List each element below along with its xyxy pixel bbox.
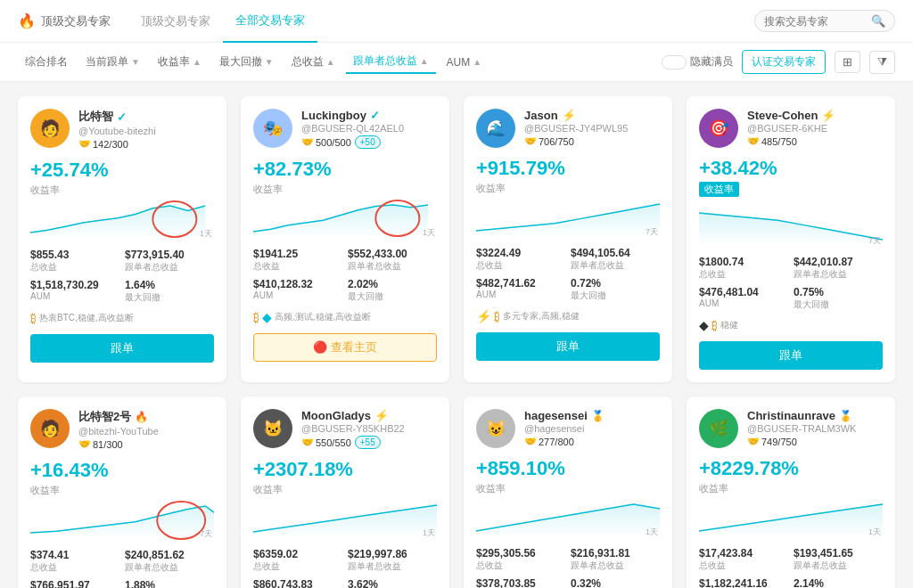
return-rate: +82.73%: [253, 158, 437, 181]
hide-full-toggle[interactable]: 隐藏满员: [662, 54, 733, 69]
return-label: 收益率: [476, 183, 506, 193]
stat-copier-profit: $216,931.81 跟单者总收益: [571, 547, 660, 572]
chart-svg: [699, 204, 883, 249]
chart-svg: [30, 497, 214, 542]
stat-aum: $1,518,730.29 AUM: [30, 279, 119, 304]
tag-icon: ₿: [711, 318, 718, 332]
day-label: 7天: [646, 226, 658, 238]
user-info: MoonGladys ⚡ @BGUSER-Y85KHB22 🤝 550/550 …: [301, 409, 437, 449]
stat-max-drawdown: 0.72% 最大回撤: [571, 277, 660, 302]
chart-area: 1天: [253, 196, 437, 241]
trader-card-trader-4: 🎯 Steve-Cohen ⚡ @BGUSER-6KHE 🤝 485/750 +…: [687, 96, 895, 382]
follow-button[interactable]: 跟单: [476, 332, 660, 361]
filter-copier-profit[interactable]: 跟单者总收益 ▲: [346, 50, 436, 74]
user-info: hagesensei 🥇 @hagesensei 🤝 277/800: [524, 409, 660, 447]
traders-grid: 🧑 比特智 ✓ @Youtube-bitezhi 🤝 142/300 +25.7…: [18, 96, 895, 588]
trader-card-trader-6: 🐱 MoonGladys ⚡ @BGUSER-Y85KHB22 🤝 550/55…: [241, 396, 449, 588]
chart-svg: [699, 495, 883, 540]
user-name: Christinaunrave 🥇: [747, 409, 883, 422]
verified-icon: ✓: [370, 109, 380, 122]
chart-svg: [253, 196, 437, 241]
user-followers: 🤝 142/300: [78, 138, 214, 150]
avatar: 🌊: [476, 109, 515, 148]
stat-total-profit: $17,423.84 总收益: [699, 547, 788, 572]
stat-copier-profit: $552,433.00 跟单者总收益: [348, 248, 437, 273]
return-label: 收益率: [30, 184, 60, 195]
tag-icon: ₿: [30, 311, 37, 325]
svg-marker-6: [30, 506, 214, 537]
avatar: 🎯: [699, 109, 738, 148]
svg-marker-0: [30, 206, 205, 237]
stat-aum: $378,703.85 AUM: [476, 577, 565, 588]
filter-max-drawdown[interactable]: 最大回撤 ▼: [212, 51, 281, 73]
stats-grid: $3224.49 总收益 $494,105.64 跟单者总收益 $482,741…: [476, 247, 660, 302]
certified-label: 认证交易专家: [752, 54, 816, 69]
stat-total-profit: $855.43 总收益: [30, 249, 119, 274]
search-input[interactable]: [764, 15, 871, 28]
user-handle: @hagesensei: [524, 423, 660, 434]
trader-card-trader-5: 🧑 比特智2号 🔥 @bitezhi-YouTube 🤝 81/300 +16.…: [18, 396, 226, 588]
follow-button[interactable]: 跟单: [30, 334, 214, 363]
filter-current-copy[interactable]: 当前跟单 ▼: [78, 51, 147, 73]
visit-button[interactable]: 🔴 查看主页: [253, 333, 437, 362]
chart-area: 1天: [476, 495, 660, 540]
day-label: 1天: [868, 527, 881, 538]
main-content: 🧑 比特智 ✓ @Youtube-bitezhi 🤝 142/300 +25.7…: [0, 82, 913, 588]
filter-total-profit[interactable]: 总收益 ▲: [284, 51, 342, 73]
chart-svg: [30, 197, 214, 241]
user-info: 比特智 ✓ @Youtube-bitezhi 🤝 142/300: [78, 109, 214, 150]
return-rate: +915.79%: [476, 157, 660, 180]
filter-comprehensive[interactable]: 综合排名: [18, 51, 75, 73]
card-header: 🐱 MoonGladys ⚡ @BGUSER-Y85KHB22 🤝 550/55…: [253, 409, 437, 449]
app-container: 🔥 顶级交易专家 顶级交易专家 全部交易专家 🔍 综合排名 当前跟单 ▼ 收益率…: [0, 0, 913, 588]
card-header: 🎭 Luckingboy ✓ @BGUSER-QL42AEL0 🤝 500/50…: [253, 109, 437, 149]
trader-tags: ₿◆高频,测试,稳健,高收益断: [253, 310, 437, 324]
chart-svg: [476, 495, 660, 540]
filter-aum[interactable]: AUM ▲: [440, 53, 489, 72]
svg-marker-5: [699, 213, 883, 244]
return-rate: +8229.78%: [699, 457, 883, 480]
funnel-btn[interactable]: ⧩: [869, 51, 895, 74]
verified-icon: ⚡: [821, 109, 835, 122]
return-rate: +859.10%: [476, 457, 660, 480]
stat-total-profit: $6359.02 总收益: [253, 548, 342, 573]
tag-text: 热衷BTC,稳健,高收益断: [39, 312, 134, 324]
follow-button[interactable]: 跟单: [699, 341, 883, 370]
card-header: 🎯 Steve-Cohen ⚡ @BGUSER-6KHE 🤝 485/750: [699, 109, 883, 148]
stats-grid: $17,423.84 总收益 $193,451.65 跟单者总收益 $1,182…: [699, 547, 883, 588]
tag-text: 稳健: [720, 319, 738, 331]
avatar: 🧑: [30, 109, 70, 148]
card-header: 🌿 Christinaunrave 🥇 @BGUSER-TRALM3WK 🤝 7…: [699, 409, 883, 448]
main-nav: 顶级交易专家 全部交易专家: [128, 0, 317, 43]
return-rate: +38.42%: [699, 157, 883, 180]
logo: 🔥 顶级交易专家: [18, 12, 111, 29]
filter-returns[interactable]: 收益率 ▲: [151, 51, 209, 73]
nav-item-all-traders[interactable]: 全部交易专家: [223, 0, 317, 43]
logo-text[interactable]: 顶级交易专家: [41, 13, 111, 29]
return-label: 收益率: [699, 182, 739, 197]
user-followers: 🤝 550/550 +55: [301, 436, 437, 449]
tag-icon: ◆: [262, 310, 272, 324]
chart-area: 1天: [699, 495, 883, 540]
view-toggle-btn[interactable]: ⊞: [835, 51, 860, 73]
stat-copier-profit: $773,915.40 跟单者总收益: [125, 249, 214, 274]
user-info: Jason ⚡ @BGUSER-JY4PWL95 🤝 706/750: [524, 109, 660, 147]
user-name: MoonGladys ⚡: [301, 409, 437, 422]
nav-item-top-traders[interactable]: 顶级交易专家: [128, 0, 223, 43]
user-name: 比特智 ✓: [78, 109, 214, 125]
return-label: 收益率: [253, 184, 283, 194]
stat-max-drawdown: 1.64% 最大回撤: [125, 279, 214, 304]
user-info: Luckingboy ✓ @BGUSER-QL42AEL0 🤝 500/500 …: [301, 109, 437, 149]
tag-icon: ₿: [253, 310, 259, 324]
user-info: Steve-Cohen ⚡ @BGUSER-6KHE 🤝 485/750: [747, 109, 883, 147]
stat-max-drawdown: 2.14% 最大回撤: [794, 577, 883, 588]
avatar: 🐱: [253, 409, 292, 448]
certified-traders-btn[interactable]: 认证交易专家: [742, 50, 826, 74]
stat-copier-profit: $442,010.87 跟单者总收益: [794, 256, 883, 281]
toggle-checkbox[interactable]: [662, 55, 687, 69]
tag-icon: ◆: [699, 318, 709, 332]
card-header: 🧑 比特智 ✓ @Youtube-bitezhi 🤝 142/300: [30, 109, 214, 150]
user-name: Steve-Cohen ⚡: [747, 109, 883, 122]
return-rate: +16.43%: [30, 459, 214, 482]
avatar: 🌿: [699, 409, 738, 448]
